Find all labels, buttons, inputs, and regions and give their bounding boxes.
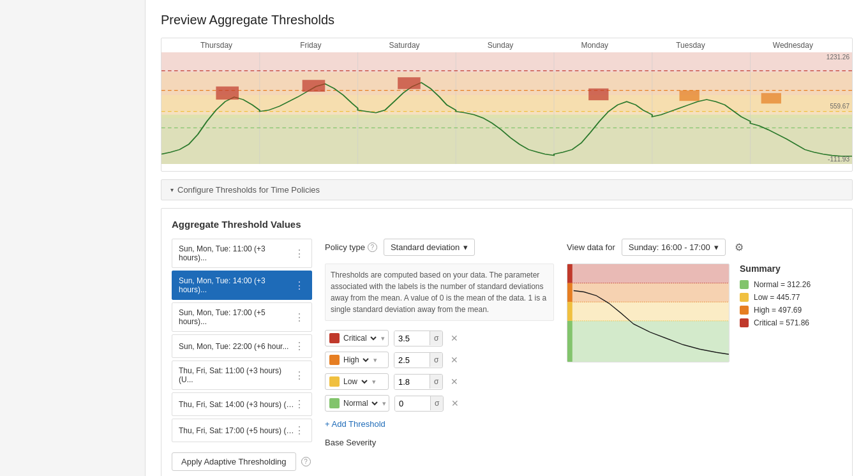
policy-item-label-4: Thu, Fri, Sat: 11:00 (+3 hours) (U... xyxy=(179,366,294,384)
chart-area: 1231.26 559.67 -111.93 xyxy=(161,52,852,164)
svg-rect-24 xyxy=(567,321,729,362)
mini-chart-svg xyxy=(567,264,729,362)
threshold-row-low: Low ▾ σ ✕ xyxy=(325,373,554,390)
summary-color-high xyxy=(740,306,749,315)
policy-type-arrow: ▾ xyxy=(463,242,468,252)
normal-sigma: σ xyxy=(430,396,443,410)
chart-day-labels: Thursday Friday Saturday Sunday Monday T… xyxy=(161,38,852,52)
threshold-row-critical: Critical ▾ σ ✕ xyxy=(325,330,554,346)
normal-remove-button[interactable]: ✕ xyxy=(449,397,461,410)
policy-item-2[interactable]: Sun, Mon, Tue: 17:00 (+5 hours)... ⋮ xyxy=(172,302,312,332)
apply-adaptive-button[interactable]: Apply Adaptive Thresholding xyxy=(172,452,296,471)
gear-button[interactable]: ⚙ xyxy=(732,239,746,256)
critical-sigma: σ xyxy=(430,331,442,345)
critical-label-select[interactable]: Critical xyxy=(340,331,378,346)
high-remove-button[interactable]: ✕ xyxy=(448,353,461,366)
svg-rect-16 xyxy=(398,77,421,89)
policy-type-value: Standard deviation xyxy=(391,242,460,252)
policy-dots-3[interactable]: ⋮ xyxy=(294,340,305,352)
normal-label-select[interactable]: Normal xyxy=(340,396,380,411)
policy-item-1[interactable]: Sun, Mon, Tue: 14:00 (+3 hours)... ⋮ xyxy=(172,271,312,300)
svg-rect-2 xyxy=(161,95,852,118)
svg-rect-28 xyxy=(567,264,572,283)
view-data-value: Sunday: 16:00 - 17:00 xyxy=(629,242,710,252)
svg-rect-17 xyxy=(588,89,608,101)
high-value-input[interactable] xyxy=(394,353,430,368)
base-severity-label: Base Severity xyxy=(325,438,554,447)
policy-item-4[interactable]: Thu, Fri, Sat: 11:00 (+3 hours) (U... ⋮ xyxy=(172,361,312,390)
summary-item-low: Low = 445.77 xyxy=(740,293,842,302)
summary-color-low xyxy=(740,293,749,302)
configure-thresholds-bar[interactable]: ▾ Configure Thresholds for Time Policies xyxy=(161,179,853,200)
policy-dots-0[interactable]: ⋮ xyxy=(294,248,305,260)
summary-label-critical: Critical = 571.86 xyxy=(754,318,809,327)
configure-bar-label: Configure Thresholds for Time Policies xyxy=(177,185,320,195)
policy-dots-1[interactable]: ⋮ xyxy=(294,279,305,292)
summary-item-normal: Normal = 312.26 xyxy=(740,280,842,289)
policy-type-label: Policy type ? xyxy=(325,242,377,252)
critical-select[interactable]: Critical ▾ xyxy=(325,330,389,346)
policy-item-0[interactable]: Sun, Mon, Tue: 11:00 (+3 hours)... ⋮ xyxy=(172,239,312,268)
day-wed: Wednesday xyxy=(773,41,813,50)
policy-item-label-2: Sun, Mon, Tue: 17:00 (+5 hours)... xyxy=(179,308,294,326)
chart-y-bot: -111.93 xyxy=(828,156,849,163)
policy-item-label-1: Sun, Mon, Tue: 14:00 (+3 hours)... xyxy=(179,276,294,294)
policy-item-6[interactable]: Thu, Fri, Sat: 17:00 (+5 hours) (… ⋮ xyxy=(172,419,312,442)
view-data-panel: View data for Sunday: 16:00 - 17:00 ▾ ⚙ xyxy=(567,239,842,471)
add-threshold-button[interactable]: + Add Threshold xyxy=(325,417,385,431)
policy-dots-5[interactable]: ⋮ xyxy=(294,398,305,410)
policy-item-label-5: Thu, Fri, Sat: 14:00 (+3 hours) (… xyxy=(179,400,294,409)
summary-label-high: High = 497.69 xyxy=(754,306,802,315)
policy-dots-4[interactable]: ⋮ xyxy=(294,369,305,382)
summary-panel: Summary Normal = 312.26 Low = 445.77 xyxy=(740,264,842,362)
view-data-row: View data for Sunday: 16:00 - 17:00 ▾ ⚙ xyxy=(567,239,842,256)
threshold-row-high: High ▾ σ ✕ xyxy=(325,352,554,368)
low-label-select[interactable]: Low xyxy=(340,374,370,389)
policy-type-dropdown[interactable]: Standard deviation ▾ xyxy=(384,239,475,256)
low-value-input[interactable] xyxy=(394,375,430,389)
day-tue: Tuesday xyxy=(676,41,705,50)
threshold-section: Aggregate Threshold Values Sun, Mon, Tue… xyxy=(161,208,853,476)
summary-title: Summary xyxy=(740,264,842,274)
mini-chart xyxy=(567,264,730,362)
apply-info-icon[interactable]: ? xyxy=(301,457,311,466)
critical-value-input[interactable] xyxy=(394,331,430,346)
threshold-section-title: Aggregate Threshold Values xyxy=(172,219,842,230)
low-select[interactable]: Low ▾ xyxy=(325,373,389,390)
svg-rect-18 xyxy=(680,91,700,101)
view-data-label: View data for xyxy=(567,242,615,252)
high-value-box: σ xyxy=(394,352,443,368)
policy-dots-2[interactable]: ⋮ xyxy=(294,311,305,324)
high-label-select[interactable]: High xyxy=(340,352,371,368)
critical-color xyxy=(329,333,340,343)
chart-y-top: 1231.26 xyxy=(827,54,849,61)
view-data-dropdown[interactable]: Sunday: 16:00 - 17:00 ▾ xyxy=(622,239,726,256)
policy-item-5[interactable]: Thu, Fri, Sat: 14:00 (+3 hours) (… ⋮ xyxy=(172,392,312,416)
svg-rect-23 xyxy=(567,302,729,321)
svg-rect-19 xyxy=(761,93,781,103)
threshold-row-normal: Normal ▾ σ ✕ xyxy=(325,395,554,412)
low-color xyxy=(329,376,340,387)
main-content: Preview Aggregate Thresholds Thursday Fr… xyxy=(146,0,868,476)
svg-rect-31 xyxy=(567,321,572,362)
summary-label-normal: Normal = 312.26 xyxy=(754,280,811,289)
summary-item-critical: Critical = 571.86 xyxy=(740,318,842,327)
low-remove-button[interactable]: ✕ xyxy=(448,375,461,388)
page-wrapper: Preview Aggregate Thresholds Thursday Fr… xyxy=(0,0,868,476)
normal-select[interactable]: Normal ▾ xyxy=(325,395,389,412)
low-value-box: σ xyxy=(394,374,443,390)
svg-rect-22 xyxy=(567,283,729,302)
policy-item-3[interactable]: Sun, Mon, Tue: 22:00 (+6 hour... ⋮ xyxy=(172,334,312,358)
chart-svg xyxy=(161,52,852,164)
normal-value-input[interactable] xyxy=(395,396,430,411)
critical-value-box: σ xyxy=(394,331,443,346)
policy-dots-6[interactable]: ⋮ xyxy=(294,424,305,436)
critical-remove-button[interactable]: ✕ xyxy=(448,332,461,345)
day-mon: Monday xyxy=(581,41,608,50)
policy-item-label-3: Sun, Mon, Tue: 22:00 (+6 hour... xyxy=(179,342,288,351)
threshold-layout: Sun, Mon, Tue: 11:00 (+3 hours)... ⋮ Sun… xyxy=(172,239,842,471)
high-select[interactable]: High ▾ xyxy=(325,352,389,368)
policy-type-info-icon[interactable]: ? xyxy=(368,242,377,252)
low-sigma: σ xyxy=(430,375,442,389)
summary-label-low: Low = 445.77 xyxy=(754,293,800,302)
